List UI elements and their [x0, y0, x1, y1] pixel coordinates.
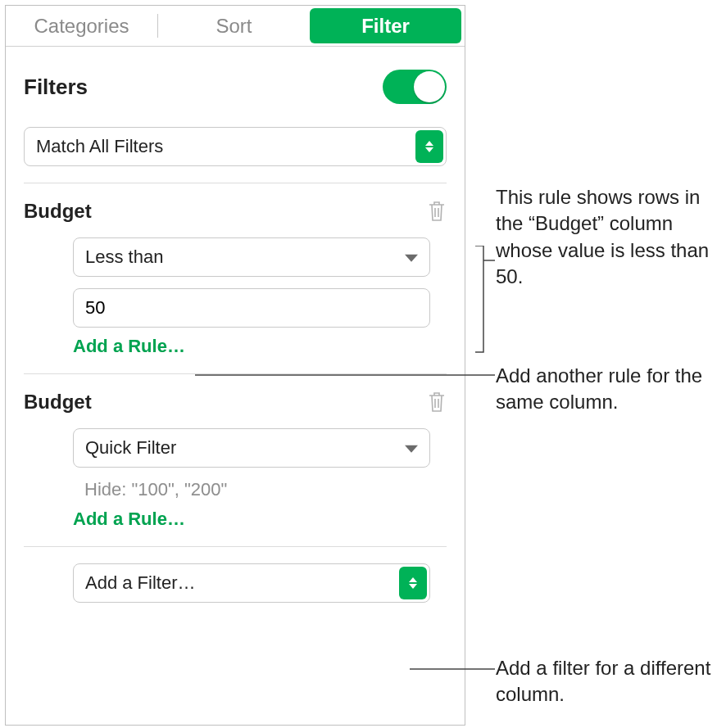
- add-filter-section: Add a Filter…: [24, 546, 447, 603]
- add-filter-select[interactable]: Add a Filter…: [73, 563, 430, 603]
- tab-sort[interactable]: Sort: [158, 6, 310, 46]
- condition-label: Quick Filter: [85, 437, 176, 459]
- add-rule-link[interactable]: Add a Rule…: [73, 509, 430, 530]
- value-input[interactable]: [73, 288, 430, 328]
- chevron-down-icon: [405, 445, 418, 453]
- popup-stepper-icon: [399, 567, 427, 599]
- filter-column-title: Budget: [24, 200, 92, 223]
- tab-label: Filter: [361, 15, 410, 38]
- tab-label: Sort: [216, 15, 252, 38]
- filter-panel: Categories Sort Filter Filters Match All…: [5, 5, 465, 726]
- quick-filter-summary: Hide: "100", "200": [73, 479, 430, 500]
- add-rule-link[interactable]: Add a Rule…: [73, 336, 430, 357]
- condition-select[interactable]: Quick Filter: [73, 428, 430, 468]
- filters-heading: Filters: [24, 75, 88, 100]
- match-mode-select[interactable]: Match All Filters: [24, 127, 447, 166]
- tab-bar: Categories Sort Filter: [6, 6, 465, 47]
- tab-categories[interactable]: Categories: [6, 6, 157, 46]
- filters-toggle[interactable]: [383, 70, 447, 104]
- callout-rule: This rule shows rows in the “Budget” col…: [496, 184, 725, 291]
- chevron-down-icon: [405, 255, 418, 262]
- tab-filter[interactable]: Filter: [310, 8, 461, 43]
- callout-add-filter: Add a filter for a different column.: [496, 655, 725, 708]
- add-filter-label: Add a Filter…: [85, 572, 196, 594]
- condition-select[interactable]: Less than: [73, 237, 430, 277]
- tab-label: Categories: [34, 15, 129, 38]
- callout-add-rule: Add another rule for the same column.: [496, 363, 725, 416]
- popup-stepper-icon: [415, 130, 443, 163]
- trash-icon[interactable]: [427, 391, 447, 414]
- condition-label: Less than: [85, 246, 163, 268]
- filter-group: Budget Less than Add a Rule…: [24, 183, 447, 357]
- filter-column-title: Budget: [24, 391, 92, 414]
- filter-group: Budget Quick Filter Hide: "100", "200" A…: [24, 373, 447, 530]
- trash-icon[interactable]: [427, 200, 447, 223]
- panel-body: Filters Match All Filters Budget: [6, 47, 465, 617]
- match-mode-label: Match All Filters: [36, 136, 163, 157]
